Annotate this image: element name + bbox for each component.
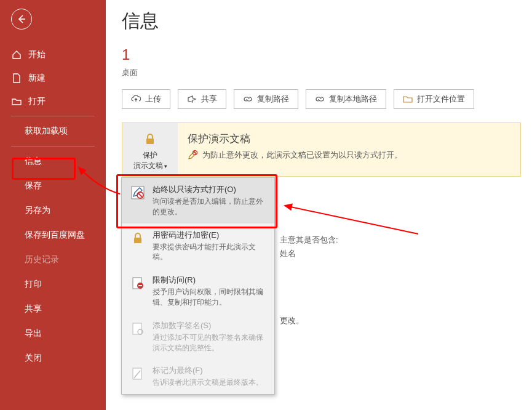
sidebar: 开始 新建 打开 获取加载项 信息 保存 另存为 保存到百度网盘 历史记录	[0, 0, 106, 410]
dd-desc: 告诉读者此演示文稿是最终版本。	[153, 377, 267, 388]
toolbar-row: 上传 共享 复制路径 复制本地路径 打开文件位置	[122, 89, 521, 109]
copy-local-path-button[interactable]: 复制本地路径	[306, 89, 386, 109]
svg-rect-4	[134, 238, 141, 243]
protect-dropdown: 始终以只读方式打开(O) 询问读者是否加入编辑，防止意外的更改。 用密码进行加密…	[121, 177, 275, 395]
dd-desc: 要求提供密码才能打开此演示文稿。	[153, 242, 267, 263]
protect-title: 保护演示文稿	[188, 132, 402, 146]
nav-home[interactable]: 开始	[0, 43, 106, 66]
link-icon	[315, 95, 325, 103]
svg-rect-7	[138, 285, 142, 286]
readonly-icon	[129, 184, 146, 201]
nav-label: 开始	[28, 49, 46, 60]
dd-title: 用密码进行加密(E)	[153, 230, 267, 241]
dd-restrict[interactable]: 限制访问(R) 授予用户访问权限，同时限制其编辑、复制和打印能力。	[122, 268, 274, 314]
protect-desc: 为防止意外更改，此演示文稿已设置为以只读方式打开。	[202, 150, 402, 161]
copy-path-button[interactable]: 复制路径	[234, 89, 298, 109]
dd-signature[interactable]: 添加数字签名(S) 通过添加不可见的数字签名来确保演示文稿的完整性。	[122, 314, 274, 360]
dd-readonly[interactable]: 始终以只读方式打开(O) 询问读者是否加入编辑，防止意外的更改。	[122, 178, 274, 223]
nav-label: 新建	[28, 73, 46, 84]
share-button[interactable]: 共享	[178, 89, 226, 109]
background-text: 主意其是否包含: 姓名	[280, 233, 338, 260]
protect-btn-line1: 保护	[143, 151, 157, 159]
dd-title: 标记为最终(F)	[153, 365, 267, 376]
share-icon	[187, 95, 197, 103]
nav-saveas[interactable]: 另存为	[0, 198, 106, 223]
document-icon	[11, 73, 22, 84]
lock-key-icon	[129, 230, 146, 247]
lock-icon	[143, 132, 157, 147]
btn-label: 共享	[201, 94, 217, 105]
separator	[11, 146, 95, 147]
link-icon	[243, 95, 253, 103]
protect-presentation-button[interactable]: 保护 演示文稿▾	[122, 123, 178, 176]
page-title: 信息	[122, 9, 521, 34]
nav-history[interactable]: 历史记录	[0, 247, 106, 272]
pencil-icon	[188, 150, 197, 160]
btn-label: 复制本地路径	[329, 94, 377, 105]
back-arrow-icon	[16, 14, 27, 25]
nav-share[interactable]: 共享	[0, 297, 106, 321]
btn-label: 上传	[145, 94, 161, 105]
dd-title: 限制访问(R)	[153, 275, 267, 286]
nav-print[interactable]: 打印	[0, 272, 106, 297]
dd-title: 添加数字签名(S)	[153, 320, 267, 331]
folder-open-icon	[11, 96, 22, 107]
upload-button[interactable]: 上传	[122, 89, 170, 109]
btn-label: 打开文件位置	[417, 94, 465, 105]
dd-title: 始终以只读方式打开(O)	[153, 184, 267, 195]
dd-desc: 授予用户访问权限，同时限制其编辑、复制和打印能力。	[153, 287, 267, 308]
background-text-2: 更改。	[280, 315, 304, 326]
nav-close[interactable]: 关闭	[0, 346, 106, 371]
dd-final[interactable]: 标记为最终(F) 告诉读者此演示文稿是最终版本。	[122, 359, 274, 394]
protect-btn-line2: 演示文稿	[133, 161, 163, 170]
protect-panel: 保护 演示文稿▾ 保护演示文稿 为防止意外更改，此演示文稿已设置为以只读方式打开…	[122, 123, 521, 177]
nav-new[interactable]: 新建	[0, 66, 106, 90]
chevron-down-icon: ▾	[164, 163, 167, 169]
nav-label: 打开	[28, 96, 46, 107]
nav-export[interactable]: 导出	[0, 321, 106, 346]
restrict-icon	[129, 275, 146, 292]
nav-open[interactable]: 打开	[0, 90, 106, 113]
dd-desc: 通过添加不可见的数字签名来确保演示文稿的完整性。	[153, 332, 267, 353]
cloud-upload-icon	[131, 95, 141, 103]
nav-save-baidu[interactable]: 保存到百度网盘	[0, 223, 106, 247]
home-icon	[11, 49, 22, 60]
signature-icon	[129, 320, 146, 337]
nav-addins[interactable]: 获取加载项	[0, 119, 106, 143]
svg-rect-8	[133, 323, 141, 334]
final-icon	[129, 365, 146, 382]
separator	[11, 116, 95, 116]
svg-rect-0	[146, 139, 154, 144]
open-location-button[interactable]: 打开文件位置	[394, 89, 474, 109]
doc-title: 1	[122, 46, 521, 63]
dd-desc: 询问读者是否加入编辑，防止意外的更改。	[153, 196, 267, 217]
dd-encrypt[interactable]: 用密码进行加密(E) 要求提供密码才能打开此演示文稿。	[122, 223, 274, 269]
nav-save[interactable]: 保存	[0, 174, 106, 198]
folder-icon	[403, 95, 413, 103]
doc-location: 桌面	[122, 67, 521, 78]
back-button[interactable]	[11, 9, 32, 30]
nav-info[interactable]: 信息	[0, 149, 106, 174]
btn-label: 复制路径	[257, 94, 289, 105]
